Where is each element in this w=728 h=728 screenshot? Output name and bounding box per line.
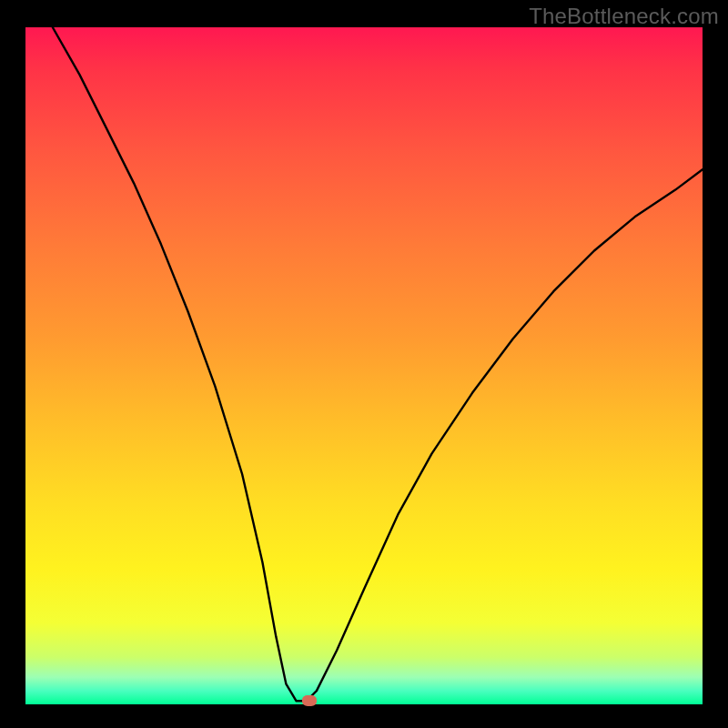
- bottleneck-curve: [25, 27, 703, 704]
- plot-area: [25, 25, 703, 704]
- bottleneck-min-marker: [302, 695, 317, 706]
- chart-container: TheBottleneck.com: [0, 0, 728, 728]
